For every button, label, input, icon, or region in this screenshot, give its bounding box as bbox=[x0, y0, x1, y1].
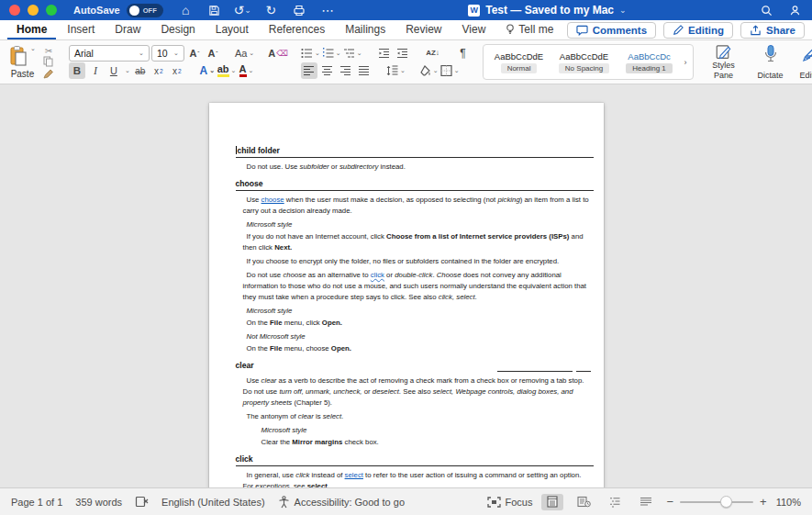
undo-chevron-icon[interactable]: ⌄ bbox=[244, 6, 251, 15]
doc-heading[interactable]: child folder bbox=[236, 146, 594, 158]
paste-button[interactable]: ⌄ Paste bbox=[7, 44, 38, 80]
draft-view-button[interactable] bbox=[635, 494, 657, 510]
doc-heading[interactable]: clear bbox=[236, 361, 594, 372]
account-presence-icon[interactable] bbox=[787, 3, 803, 17]
tab-draw[interactable]: Draw bbox=[106, 20, 150, 39]
tab-design[interactable]: Design bbox=[151, 20, 204, 39]
tab-view[interactable]: View bbox=[453, 20, 495, 39]
tab-references[interactable]: References bbox=[260, 20, 334, 39]
comments-button[interactable]: Comments bbox=[567, 22, 656, 39]
doc-paragraph[interactable]: Microsoft style bbox=[258, 425, 594, 436]
show-paragraph-marks-button[interactable]: ¶ bbox=[455, 45, 472, 62]
subscript-button[interactable]: x2 bbox=[150, 62, 167, 79]
print-icon[interactable] bbox=[292, 3, 307, 17]
style-heading1[interactable]: AaBbCcDc Heading 1 bbox=[619, 51, 680, 73]
share-button[interactable]: Share bbox=[740, 22, 805, 39]
highlight-button[interactable]: ab⌄ bbox=[217, 62, 237, 79]
grow-font-button[interactable]: Aˆ bbox=[186, 45, 203, 62]
more-commands-icon[interactable]: ⋯ bbox=[320, 3, 336, 17]
increase-indent-button[interactable] bbox=[395, 45, 411, 62]
borders-button[interactable]: ⌄ bbox=[440, 62, 460, 79]
tab-tell-me[interactable]: Tell me bbox=[496, 20, 562, 39]
proofing-errors-icon[interactable] bbox=[135, 496, 149, 508]
zoom-slider-thumb[interactable] bbox=[720, 496, 732, 508]
doc-paragraph[interactable]: Clear the Mirror margins check box. bbox=[258, 437, 594, 448]
doc-paragraph[interactable]: Microsoft style bbox=[243, 306, 594, 317]
doc-paragraph[interactable]: Microsoft style bbox=[243, 219, 594, 230]
doc-paragraph[interactable]: Not Microsoft style bbox=[243, 331, 594, 342]
accessibility-status[interactable]: Accessibility: Good to go bbox=[278, 496, 405, 509]
close-window-button[interactable] bbox=[9, 5, 20, 16]
doc-paragraph[interactable]: If you choose to encrypt only the folder… bbox=[243, 256, 594, 267]
tab-insert[interactable]: Insert bbox=[58, 20, 104, 39]
tab-review[interactable]: Review bbox=[396, 20, 450, 39]
font-color-button[interactable]: A⌄ bbox=[238, 62, 254, 79]
italic-button[interactable]: I bbox=[87, 62, 104, 79]
shading-button[interactable]: ⌄ bbox=[419, 62, 439, 79]
tab-home[interactable]: Home bbox=[7, 20, 56, 39]
strikethrough-button[interactable]: ab bbox=[132, 62, 149, 79]
editing-mode-button[interactable]: Editing bbox=[663, 22, 733, 39]
title-chevron-icon[interactable]: ⌄ bbox=[619, 6, 627, 15]
clear-formatting-button[interactable]: A⌫ bbox=[268, 45, 288, 62]
page-count[interactable]: Page 1 of 1 bbox=[11, 497, 62, 508]
redo-icon[interactable]: ↻ bbox=[263, 3, 279, 17]
cut-button[interactable]: ✂ bbox=[41, 45, 56, 56]
minimize-window-button[interactable] bbox=[28, 5, 39, 16]
doc-paragraph[interactable]: On the File menu, choose Open. bbox=[243, 343, 594, 354]
copy-button[interactable] bbox=[41, 56, 56, 67]
doc-paragraph[interactable]: Use clear as a verb to describe the act … bbox=[243, 375, 594, 409]
undo-icon[interactable]: ↺⌄ bbox=[235, 3, 250, 17]
dictate-button[interactable]: Dictate bbox=[754, 42, 787, 82]
zoom-window-button[interactable] bbox=[46, 5, 57, 16]
font-size-select[interactable]: 10 ⌄ bbox=[151, 45, 184, 62]
text-effects-button[interactable]: A⌄ bbox=[199, 62, 216, 79]
align-right-button[interactable] bbox=[338, 62, 354, 79]
change-case-button[interactable]: Aa⌄ bbox=[235, 45, 254, 62]
line-spacing-button[interactable]: ⌄ bbox=[386, 62, 406, 79]
shrink-font-button[interactable]: Aˇ bbox=[205, 45, 221, 62]
paste-chevron-icon[interactable]: ⌄ bbox=[30, 45, 36, 52]
bold-button[interactable]: B bbox=[69, 62, 85, 79]
search-icon[interactable] bbox=[759, 3, 774, 17]
document-page[interactable]: child folderDo not use. Use subfolder or… bbox=[209, 103, 604, 487]
editor-button[interactable]: Editor bbox=[796, 42, 812, 82]
doc-paragraph[interactable]: The antonym of clear is select. bbox=[243, 411, 594, 422]
tab-mailings[interactable]: Mailings bbox=[336, 20, 395, 39]
styles-pane-button[interactable]: Styles Pane bbox=[703, 42, 745, 82]
immersive-reader-view-button[interactable] bbox=[573, 494, 595, 510]
zoom-in-button[interactable]: + bbox=[760, 495, 767, 509]
style-normal[interactable]: AaBbCcDdE Normal bbox=[489, 51, 550, 73]
document-title[interactable]: Test — Saved to my Mac bbox=[485, 4, 614, 17]
underline-chevron-icon[interactable]: ⌄ bbox=[125, 67, 130, 74]
align-center-button[interactable] bbox=[319, 62, 336, 79]
doc-paragraph[interactable]: Do not use. Use subfolder or subdirector… bbox=[243, 162, 594, 173]
doc-paragraph[interactable]: In general, use click instead of select … bbox=[243, 470, 594, 487]
doc-paragraph[interactable]: If you do not have an Internet account, … bbox=[243, 231, 594, 253]
zoom-slider[interactable] bbox=[680, 501, 753, 503]
home-quick-icon[interactable]: ⌂ bbox=[178, 3, 194, 17]
focus-mode-button[interactable]: Focus bbox=[487, 497, 533, 508]
doc-paragraph[interactable]: Use choose when the user must make a dec… bbox=[243, 195, 594, 217]
styles-gallery-more-icon[interactable]: › bbox=[684, 58, 687, 67]
outline-view-button[interactable] bbox=[604, 494, 626, 510]
underline-button[interactable]: U bbox=[106, 62, 122, 79]
bullets-button[interactable]: ⌄ bbox=[301, 45, 320, 62]
language-indicator[interactable]: English (United States) bbox=[161, 497, 265, 508]
justify-button[interactable] bbox=[356, 62, 373, 79]
decrease-indent-button[interactable] bbox=[376, 45, 393, 62]
save-icon[interactable] bbox=[206, 3, 222, 17]
font-name-select[interactable]: Arial ⌄ bbox=[69, 45, 150, 62]
zoom-out-button[interactable]: − bbox=[666, 495, 673, 509]
doc-heading[interactable]: choose bbox=[236, 179, 594, 191]
doc-heading[interactable]: click bbox=[236, 454, 594, 466]
doc-paragraph[interactable]: On the File menu, click Open. bbox=[243, 318, 594, 329]
style-no-spacing[interactable]: AaBbCcDdE No Spacing bbox=[554, 51, 615, 73]
numbering-button[interactable]: ⌄ bbox=[322, 45, 341, 62]
align-left-button[interactable] bbox=[301, 62, 317, 79]
superscript-button[interactable]: x2 bbox=[169, 62, 185, 79]
format-painter-button[interactable] bbox=[41, 68, 56, 79]
sort-button[interactable]: AZ↓ bbox=[425, 45, 441, 62]
print-layout-view-button[interactable] bbox=[541, 494, 563, 510]
autosave-toggle[interactable]: OFF bbox=[127, 4, 163, 17]
